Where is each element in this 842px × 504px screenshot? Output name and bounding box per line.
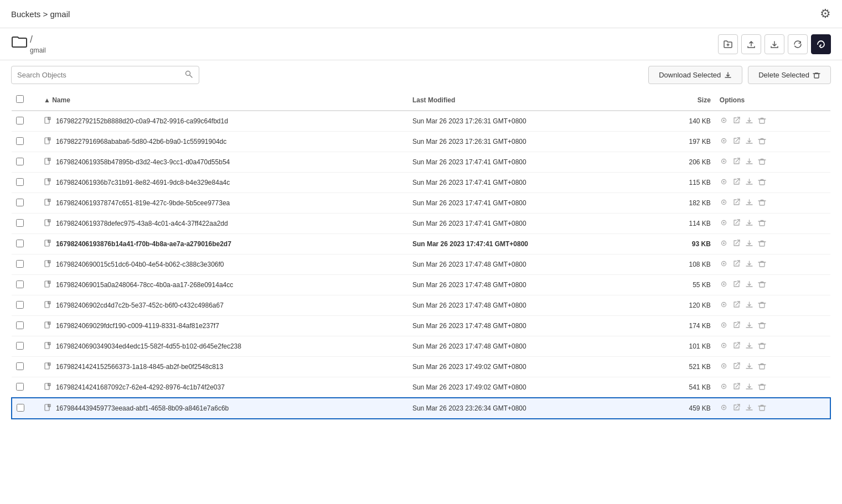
external-link-icon[interactable] [732,382,741,392]
svg-rect-22 [45,199,49,205]
preview-icon[interactable] [720,198,728,208]
download-all-button[interactable] [764,34,784,54]
download-row-icon[interactable] [745,137,753,147]
delete-row-icon[interactable] [758,219,766,228]
external-link-icon[interactable] [732,341,741,351]
delete-row-icon[interactable] [758,137,766,147]
svg-rect-42 [45,281,49,287]
file-options [715,275,830,295]
svg-rect-67 [45,383,49,389]
download-row-icon[interactable] [745,259,753,269]
new-folder-button[interactable] [718,34,738,54]
file-options [715,254,830,275]
download-selected-button[interactable]: Download Selected [648,66,742,84]
external-link-icon[interactable] [732,239,741,249]
preview-icon[interactable] [720,382,728,392]
download-row-icon[interactable] [745,219,753,228]
row-checkbox[interactable] [16,301,24,309]
preview-icon[interactable] [720,403,728,413]
download-row-icon[interactable] [745,280,753,290]
preview-icon[interactable] [720,178,728,188]
download-row-icon[interactable] [745,403,753,413]
search-input[interactable] [17,71,184,79]
external-link-icon[interactable] [732,403,741,413]
file-modified: Sun Mar 26 2023 17:26:31 GMT+0800 [408,132,638,152]
svg-rect-61 [760,344,764,349]
preview-icon[interactable] [720,300,728,310]
preview-icon[interactable] [720,321,728,331]
refresh-button[interactable] [788,34,808,54]
download-row-icon[interactable] [745,321,753,331]
delete-row-icon[interactable] [758,403,766,413]
delete-row-icon[interactable] [758,198,766,208]
row-checkbox[interactable] [16,117,24,124]
download-row-icon[interactable] [745,300,753,310]
preview-icon[interactable] [720,341,728,351]
preview-icon[interactable] [720,137,728,147]
delete-row-icon[interactable] [758,157,766,167]
delete-row-icon[interactable] [758,259,766,269]
download-row-icon[interactable] [745,198,753,208]
row-checkbox[interactable] [16,280,24,288]
delete-row-icon[interactable] [758,178,766,188]
gear-button[interactable]: ⚙ [820,7,831,21]
delete-row-icon[interactable] [758,341,766,351]
delete-row-icon[interactable] [758,321,766,331]
preview-icon[interactable] [720,259,728,269]
external-link-icon[interactable] [732,219,741,228]
row-checkbox[interactable] [16,342,24,350]
name-column-header[interactable]: ▲ Name [39,90,408,111]
file-options [715,173,830,193]
row-checkbox[interactable] [16,199,24,206]
table-row: 16798240619358b47895b-d3d2-4ec3-9cc1-d0a… [12,152,830,173]
preview-icon[interactable] [720,239,728,249]
external-link-icon[interactable] [732,259,741,269]
row-checkbox[interactable] [16,158,24,165]
row-checkbox[interactable] [16,137,24,145]
download-row-icon[interactable] [745,239,753,249]
row-checkbox[interactable] [16,362,24,370]
external-link-icon[interactable] [732,280,741,290]
delete-row-icon[interactable] [758,300,766,310]
folder-nav: / gmail [11,34,46,54]
download-row-icon[interactable] [745,382,753,392]
preview-icon[interactable] [720,219,728,228]
external-link-icon[interactable] [732,362,741,372]
external-link-icon[interactable] [732,321,741,331]
download-row-icon[interactable] [745,157,753,167]
reload-button[interactable] [811,34,831,54]
delete-selected-button[interactable]: Delete Selected [748,66,831,84]
preview-icon[interactable] [720,280,728,290]
external-link-icon[interactable] [732,157,741,167]
row-checkbox[interactable] [16,219,24,227]
delete-row-icon[interactable] [758,116,766,126]
download-row-icon[interactable] [745,341,753,351]
select-all-checkbox[interactable] [16,95,24,103]
search-input-wrapper[interactable] [11,66,199,84]
upload-button[interactable] [741,34,761,54]
download-row-icon[interactable] [745,178,753,188]
delete-row-icon[interactable] [758,280,766,290]
row-checkbox[interactable] [16,240,24,247]
row-checkbox[interactable] [17,404,24,412]
preview-icon[interactable] [720,116,728,126]
row-checkbox[interactable] [16,383,24,391]
download-row-icon[interactable] [745,362,753,372]
row-checkbox[interactable] [16,321,24,329]
delete-row-icon[interactable] [758,239,766,249]
external-link-icon[interactable] [732,137,741,147]
download-selected-label: Download Selected [659,71,721,79]
file-name: 16798241424152566373-1a18-4845-ab2f-be0f… [56,363,223,371]
preview-icon[interactable] [720,362,728,372]
external-link-icon[interactable] [732,116,741,126]
delete-row-icon[interactable] [758,382,766,392]
download-row-icon[interactable] [745,116,753,126]
preview-icon[interactable] [720,157,728,167]
external-link-icon[interactable] [732,198,741,208]
external-link-icon[interactable] [732,178,741,188]
external-link-icon[interactable] [732,300,741,310]
svg-rect-51 [760,303,764,308]
row-checkbox[interactable] [16,260,24,268]
delete-row-icon[interactable] [758,362,766,372]
row-checkbox[interactable] [16,178,24,186]
